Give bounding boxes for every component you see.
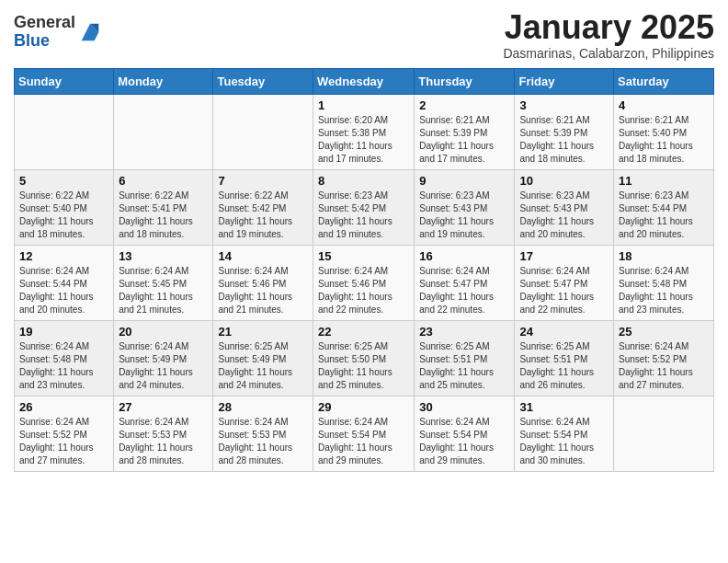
calendar-cell: 20Sunrise: 6:24 AM Sunset: 5:49 PM Dayli… — [114, 320, 213, 396]
calendar-cell: 28Sunrise: 6:24 AM Sunset: 5:53 PM Dayli… — [213, 396, 313, 471]
calendar-cell — [114, 94, 213, 169]
day-number: 13 — [119, 249, 208, 263]
day-info: Sunrise: 6:23 AM Sunset: 5:43 PM Dayligh… — [419, 190, 509, 241]
calendar-cell: 21Sunrise: 6:25 AM Sunset: 5:49 PM Dayli… — [213, 320, 313, 396]
day-number: 4 — [619, 98, 709, 112]
day-info: Sunrise: 6:25 AM Sunset: 5:49 PM Dayligh… — [218, 340, 308, 392]
calendar-week-row: 1Sunrise: 6:20 AM Sunset: 5:38 PM Daylig… — [15, 94, 714, 169]
weekday-header-thursday: Thursday — [415, 68, 515, 94]
calendar-cell: 6Sunrise: 6:22 AM Sunset: 5:41 PM Daylig… — [114, 169, 213, 245]
day-number: 19 — [19, 325, 108, 339]
day-number: 8 — [318, 174, 409, 188]
day-number: 11 — [619, 174, 709, 188]
calendar-cell: 4Sunrise: 6:21 AM Sunset: 5:40 PM Daylig… — [614, 94, 714, 169]
day-number: 14 — [218, 249, 308, 263]
weekday-header-row: SundayMondayTuesdayWednesdayThursdayFrid… — [15, 68, 714, 94]
calendar-cell: 15Sunrise: 6:24 AM Sunset: 5:46 PM Dayli… — [313, 245, 415, 320]
logo-general: General — [14, 13, 75, 31]
page-header: General Blue January 2025 Dasmarinas, Ca… — [14, 9, 714, 61]
calendar-cell: 10Sunrise: 6:23 AM Sunset: 5:43 PM Dayli… — [515, 169, 614, 245]
calendar-cell: 12Sunrise: 6:24 AM Sunset: 5:44 PM Dayli… — [15, 245, 114, 320]
day-info: Sunrise: 6:24 AM Sunset: 5:53 PM Dayligh… — [218, 416, 308, 467]
day-info: Sunrise: 6:24 AM Sunset: 5:53 PM Dayligh… — [119, 416, 208, 467]
day-number: 10 — [519, 174, 609, 188]
day-number: 30 — [419, 400, 509, 414]
weekday-header-sunday: Sunday — [15, 68, 114, 94]
calendar-cell: 5Sunrise: 6:22 AM Sunset: 5:40 PM Daylig… — [15, 169, 114, 245]
day-number: 15 — [318, 249, 409, 263]
day-info: Sunrise: 6:25 AM Sunset: 5:51 PM Dayligh… — [519, 340, 609, 392]
calendar-cell: 2Sunrise: 6:21 AM Sunset: 5:39 PM Daylig… — [415, 94, 515, 169]
logo: General Blue — [14, 14, 103, 51]
calendar-cell: 29Sunrise: 6:24 AM Sunset: 5:54 PM Dayli… — [313, 396, 415, 471]
day-info: Sunrise: 6:24 AM Sunset: 5:52 PM Dayligh… — [19, 416, 108, 467]
day-info: Sunrise: 6:24 AM Sunset: 5:46 PM Dayligh… — [218, 265, 308, 316]
calendar-cell: 31Sunrise: 6:24 AM Sunset: 5:54 PM Dayli… — [515, 396, 614, 471]
calendar-cell: 26Sunrise: 6:24 AM Sunset: 5:52 PM Dayli… — [15, 396, 114, 471]
day-number: 9 — [419, 174, 509, 188]
day-number: 24 — [519, 325, 609, 339]
logo-icon — [77, 19, 103, 45]
day-number: 5 — [19, 174, 108, 188]
day-number: 25 — [619, 325, 709, 339]
weekday-header-saturday: Saturday — [614, 68, 714, 94]
day-info: Sunrise: 6:24 AM Sunset: 5:48 PM Dayligh… — [19, 340, 108, 392]
day-number: 31 — [519, 400, 609, 414]
calendar-cell — [15, 94, 114, 169]
day-number: 16 — [419, 249, 509, 263]
title-block: January 2025 Dasmarinas, Calabarzon, Phi… — [503, 9, 714, 61]
day-info: Sunrise: 6:24 AM Sunset: 5:52 PM Dayligh… — [619, 340, 709, 392]
day-number: 7 — [218, 174, 308, 188]
day-info: Sunrise: 6:20 AM Sunset: 5:38 PM Dayligh… — [318, 114, 409, 166]
logo-blue: Blue — [14, 31, 50, 50]
day-info: Sunrise: 6:21 AM Sunset: 5:39 PM Dayligh… — [519, 114, 609, 166]
day-info: Sunrise: 6:24 AM Sunset: 5:54 PM Dayligh… — [318, 416, 409, 467]
calendar-cell: 18Sunrise: 6:24 AM Sunset: 5:48 PM Dayli… — [614, 245, 714, 320]
day-info: Sunrise: 6:23 AM Sunset: 5:42 PM Dayligh… — [318, 190, 409, 241]
calendar-cell — [213, 94, 313, 169]
day-info: Sunrise: 6:25 AM Sunset: 5:51 PM Dayligh… — [419, 340, 509, 392]
calendar-cell: 17Sunrise: 6:24 AM Sunset: 5:47 PM Dayli… — [515, 245, 614, 320]
day-number: 28 — [218, 400, 308, 414]
day-number: 1 — [318, 98, 409, 112]
calendar-cell: 14Sunrise: 6:24 AM Sunset: 5:46 PM Dayli… — [213, 245, 313, 320]
logo-text: General Blue — [14, 14, 75, 51]
month-title: January 2025 — [503, 9, 714, 46]
calendar-cell: 16Sunrise: 6:24 AM Sunset: 5:47 PM Dayli… — [415, 245, 515, 320]
day-info: Sunrise: 6:24 AM Sunset: 5:48 PM Dayligh… — [619, 265, 709, 316]
day-info: Sunrise: 6:22 AM Sunset: 5:40 PM Dayligh… — [19, 190, 108, 241]
day-number: 6 — [119, 174, 208, 188]
weekday-header-monday: Monday — [114, 68, 213, 94]
calendar-cell: 23Sunrise: 6:25 AM Sunset: 5:51 PM Dayli… — [415, 320, 515, 396]
day-number: 12 — [19, 249, 108, 263]
day-number: 2 — [419, 98, 509, 112]
weekday-header-wednesday: Wednesday — [313, 68, 415, 94]
day-number: 18 — [619, 249, 709, 263]
day-info: Sunrise: 6:22 AM Sunset: 5:41 PM Dayligh… — [119, 190, 208, 241]
calendar-cell: 3Sunrise: 6:21 AM Sunset: 5:39 PM Daylig… — [515, 94, 614, 169]
day-info: Sunrise: 6:21 AM Sunset: 5:39 PM Dayligh… — [419, 114, 509, 166]
calendar-cell: 27Sunrise: 6:24 AM Sunset: 5:53 PM Dayli… — [114, 396, 213, 471]
calendar-cell: 9Sunrise: 6:23 AM Sunset: 5:43 PM Daylig… — [415, 169, 515, 245]
calendar-cell — [614, 396, 714, 471]
day-info: Sunrise: 6:24 AM Sunset: 5:44 PM Dayligh… — [19, 265, 108, 316]
day-info: Sunrise: 6:25 AM Sunset: 5:50 PM Dayligh… — [318, 340, 409, 392]
calendar-cell: 25Sunrise: 6:24 AM Sunset: 5:52 PM Dayli… — [614, 320, 714, 396]
calendar-week-row: 19Sunrise: 6:24 AM Sunset: 5:48 PM Dayli… — [15, 320, 714, 396]
weekday-header-friday: Friday — [515, 68, 614, 94]
calendar-cell: 19Sunrise: 6:24 AM Sunset: 5:48 PM Dayli… — [15, 320, 114, 396]
day-info: Sunrise: 6:24 AM Sunset: 5:46 PM Dayligh… — [318, 265, 409, 316]
calendar-cell: 7Sunrise: 6:22 AM Sunset: 5:42 PM Daylig… — [213, 169, 313, 245]
calendar-cell: 11Sunrise: 6:23 AM Sunset: 5:44 PM Dayli… — [614, 169, 714, 245]
calendar-cell: 13Sunrise: 6:24 AM Sunset: 5:45 PM Dayli… — [114, 245, 213, 320]
day-number: 20 — [119, 325, 208, 339]
day-number: 23 — [419, 325, 509, 339]
day-number: 27 — [119, 400, 208, 414]
day-info: Sunrise: 6:23 AM Sunset: 5:44 PM Dayligh… — [619, 190, 709, 241]
day-number: 21 — [218, 325, 308, 339]
day-info: Sunrise: 6:24 AM Sunset: 5:54 PM Dayligh… — [519, 416, 609, 467]
day-info: Sunrise: 6:23 AM Sunset: 5:43 PM Dayligh… — [519, 190, 609, 241]
day-number: 29 — [318, 400, 409, 414]
calendar-cell: 30Sunrise: 6:24 AM Sunset: 5:54 PM Dayli… — [415, 396, 515, 471]
weekday-header-tuesday: Tuesday — [213, 68, 313, 94]
